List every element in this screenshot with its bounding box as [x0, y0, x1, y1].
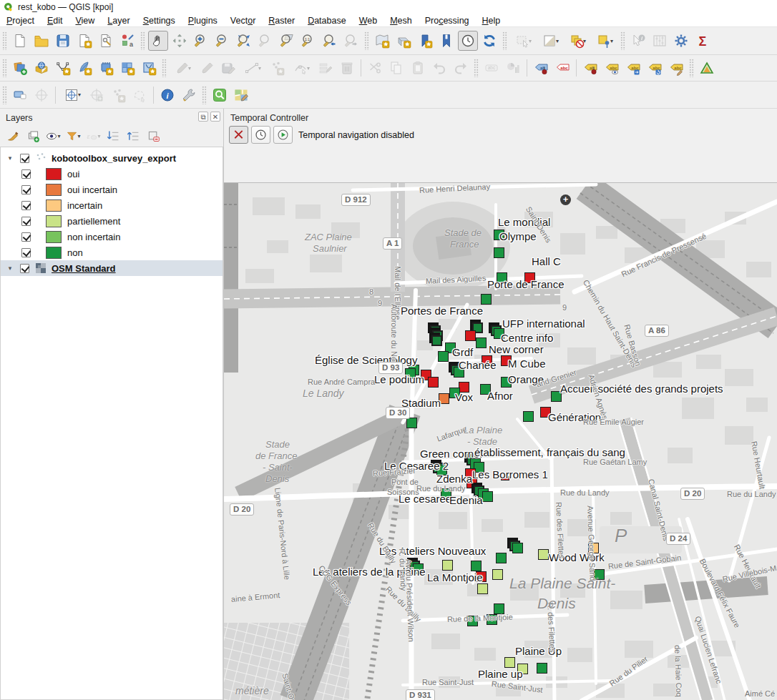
save-project-button[interactable]	[53, 31, 73, 51]
menu-help[interactable]: Help	[476, 15, 507, 26]
layers-plus-icon	[12, 60, 28, 76]
filter-legend-button[interactable]: ▾	[64, 127, 82, 144]
statistical-summary-button[interactable]: Σ	[693, 31, 713, 51]
layers-close-button[interactable]: ✕	[210, 112, 220, 122]
map-place-label: P	[615, 525, 627, 547]
grass-tools-button[interactable]	[697, 58, 717, 78]
new-project-button[interactable]	[10, 31, 30, 51]
select-by-value-button[interactable]: ▾	[592, 31, 617, 51]
open-field-calculator-button	[650, 31, 670, 51]
new-3d-map-view-button[interactable]	[394, 31, 414, 51]
menu-processing[interactable]: Processing	[419, 15, 476, 26]
new-raster-layer-button[interactable]	[117, 58, 137, 78]
metasearch-button[interactable]: i	[157, 85, 177, 105]
menu-plugins[interactable]: Plugins	[182, 15, 224, 26]
style-manager-button[interactable]: a	[117, 31, 137, 51]
pan-map-button[interactable]	[148, 31, 168, 51]
menu-project[interactable]: Project	[0, 15, 41, 26]
menu-layer[interactable]: Layer	[101, 15, 136, 26]
map-marker-non	[476, 337, 487, 348]
legend-class-checkbox[interactable]	[21, 201, 31, 210]
select-by-polygon-button[interactable]: ▾	[537, 31, 563, 51]
new-spatial-bookmark-button[interactable]	[415, 31, 435, 51]
menu-database[interactable]: Database	[301, 15, 353, 26]
legend-class-incertain[interactable]: incertain	[1, 197, 223, 213]
legend-class-partiellement[interactable]: partiellement	[1, 213, 223, 229]
svg-text:abc: abc	[674, 66, 682, 70]
temporal-controller-panel-button[interactable]	[458, 31, 478, 51]
show-hide-labels-button[interactable]: abc	[602, 58, 622, 78]
layer-expander[interactable]: ▾	[6, 265, 14, 272]
layer-checkbox[interactable]	[20, 154, 29, 163]
collapse-all-button[interactable]	[124, 127, 142, 144]
show-spatial-bookmarks-button[interactable]	[436, 31, 456, 51]
map-tips-button[interactable]	[10, 85, 30, 105]
legend-class-checkbox[interactable]	[21, 185, 31, 194]
menu-web[interactable]: Web	[353, 15, 383, 26]
legend-class-oui-incertain[interactable]: oui incertain	[1, 182, 223, 197]
refresh-map-button[interactable]	[479, 31, 499, 51]
new-map-view-button[interactable]	[372, 31, 392, 51]
remove-layer-group-button[interactable]	[144, 127, 162, 144]
zoom-out-button[interactable]	[212, 31, 233, 51]
new-geopackage-layer-button[interactable]	[74, 58, 94, 78]
open-project-button[interactable]	[31, 31, 52, 51]
menu-view[interactable]: View	[69, 15, 101, 26]
manage-map-themes-button[interactable]: ▾	[44, 127, 62, 144]
layer-expander[interactable]: ▾	[6, 154, 14, 162]
map-road-badge: D 30	[386, 407, 410, 419]
legend-class-checkbox[interactable]	[21, 248, 31, 257]
pencil-icon	[199, 60, 215, 76]
zoom-to-layer-button[interactable]	[277, 31, 297, 51]
new-virtual-layer-button[interactable]	[139, 58, 159, 78]
highlight-pinned-labels-button[interactable]: abc	[552, 58, 572, 78]
add-vector-layer-button[interactable]	[31, 58, 52, 78]
new-annotation-button[interactable]: ▾	[59, 85, 85, 105]
open-layer-styling-button[interactable]	[4, 127, 22, 144]
menu-edit[interactable]: Edit	[41, 15, 69, 26]
layers-float-button[interactable]: ⧉	[198, 112, 208, 122]
legend-class-oui[interactable]: oui	[1, 166, 223, 182]
legend-class-checkbox[interactable]	[21, 232, 31, 242]
osm-place-search-button[interactable]	[210, 85, 230, 105]
menu-vector[interactable]: Vector	[224, 15, 262, 26]
pan-to-selection-button[interactable]	[170, 31, 190, 51]
zoom-full-extent-button[interactable]	[234, 31, 254, 51]
zoom-native-button[interactable]: 1:1	[298, 31, 318, 51]
layer-row-kobotoolbox-survey-export[interactable]: ▾kobotoolbox_survey_export	[1, 150, 223, 166]
legend-class-non-incertain[interactable]: non incertain	[1, 229, 223, 245]
legend-class-non[interactable]: non	[1, 245, 223, 260]
project-properties-button[interactable]	[96, 31, 116, 51]
menu-mesh[interactable]: Mesh	[383, 15, 419, 26]
new-spatialite-layer-button[interactable]	[96, 58, 116, 78]
menu-settings[interactable]: Settings	[137, 15, 182, 26]
add-group-button[interactable]	[24, 127, 42, 144]
legend-class-checkbox[interactable]	[21, 169, 31, 179]
deselect-all-button[interactable]: ▾	[565, 31, 590, 51]
change-label-button[interactable]: abc	[666, 58, 686, 78]
quickosm-button[interactable]	[231, 85, 251, 105]
map-canvas[interactable]: Le mondialOlympeHall CPorte de FrancePor…	[224, 182, 777, 700]
show-layout-manager-button[interactable]	[74, 31, 94, 51]
new-shapefile-layer-button[interactable]	[53, 58, 73, 78]
menu-raster[interactable]: Raster	[262, 15, 301, 26]
map-road-badge: D 931	[406, 689, 435, 700]
legend-class-checkbox[interactable]	[21, 217, 31, 226]
zoom-in-button[interactable]	[191, 31, 211, 51]
pin-labels-diagrams-button[interactable]: ab	[531, 58, 551, 78]
temporal-navigation-fixed-range-button[interactable]	[251, 126, 270, 144]
rotate-label-button[interactable]: abc	[645, 58, 665, 78]
temporal-navigation-off-button[interactable]	[229, 126, 248, 144]
layer-row-osm-standard[interactable]: ▾OSM Standard	[1, 260, 223, 276]
save-layer-edits-button	[218, 58, 238, 78]
processing-toolbox-button[interactable]	[671, 31, 691, 51]
plugin-settings-button[interactable]	[179, 85, 199, 105]
move-label-button[interactable]: abc	[623, 58, 643, 78]
data-source-manager-button[interactable]	[10, 58, 30, 78]
layer-checkbox[interactable]	[20, 264, 29, 273]
zoom-last-button[interactable]	[320, 31, 340, 51]
temporal-navigation-animated-button[interactable]	[273, 126, 293, 144]
svg-text:abc: abc	[610, 66, 617, 70]
pin-unpin-labels-button[interactable]: ab	[580, 58, 600, 78]
expand-all-button[interactable]	[104, 127, 122, 144]
